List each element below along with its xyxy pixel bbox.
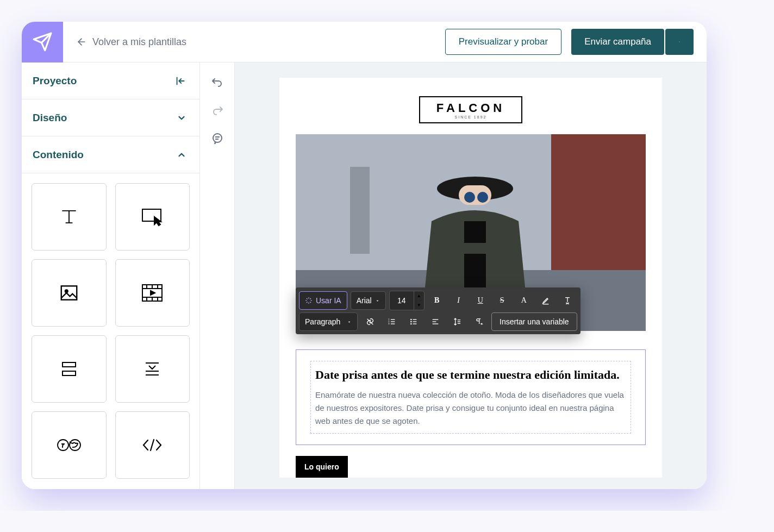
undo-icon <box>211 76 224 89</box>
svg-rect-4 <box>61 286 77 299</box>
redo-button[interactable] <box>204 97 230 123</box>
sparkle-icon <box>305 297 313 304</box>
content-block-text[interactable] <box>32 183 107 251</box>
email-brand-logo[interactable]: FALCON SINCE 1892 <box>419 96 522 123</box>
font-size-up[interactable]: ▲ <box>414 291 424 301</box>
svg-rect-27 <box>551 134 646 276</box>
font-size-input[interactable] <box>390 291 414 310</box>
redo-icon <box>211 104 224 117</box>
content-blocks-grid <box>22 173 199 489</box>
brand-tagline: SINCE 1892 <box>455 115 487 119</box>
left-sidebar: Proyecto Diseño Contenido <box>22 62 200 489</box>
text-icon <box>59 206 79 227</box>
divider-icon <box>142 359 162 379</box>
bold-button[interactable]: B <box>428 291 446 310</box>
clear-format-icon <box>563 296 572 305</box>
highlight-button[interactable] <box>536 291 555 310</box>
text-direction-icon <box>475 317 483 326</box>
svg-point-46 <box>411 319 411 320</box>
content-block-spacer[interactable] <box>32 335 107 403</box>
content-block-html[interactable] <box>115 411 190 479</box>
svg-point-23 <box>213 134 222 142</box>
clear-format-button[interactable] <box>558 291 577 310</box>
line-height-icon <box>453 317 461 326</box>
caret-down-icon <box>678 39 681 45</box>
insert-variable-button[interactable]: Insertar una variable <box>491 312 577 331</box>
content-block-button[interactable] <box>115 183 190 251</box>
underline-button[interactable]: U <box>471 291 490 310</box>
chevron-up-icon <box>177 150 186 160</box>
content-block-social[interactable] <box>32 411 107 479</box>
font-size-down[interactable]: ▼ <box>414 301 424 310</box>
cta-button[interactable]: Lo quiero <box>296 456 348 478</box>
sidebar-section-content[interactable]: Contenido <box>22 136 199 173</box>
comment-icon <box>211 132 224 145</box>
font-size-stepper[interactable]: ▲ ▼ <box>389 291 425 310</box>
send-dropdown-button[interactable] <box>665 29 694 55</box>
text-editor-toolbar: Usar IA Arial ▲ ▼ <box>296 287 580 334</box>
app-logo <box>22 22 63 62</box>
use-ai-button[interactable]: Usar IA <box>299 291 347 310</box>
unordered-list-button[interactable] <box>404 312 423 331</box>
spacer-icon <box>59 359 79 379</box>
strikethrough-button[interactable]: S <box>493 291 511 310</box>
video-icon <box>141 284 163 302</box>
svg-point-47 <box>411 321 411 322</box>
svg-rect-34 <box>464 221 486 243</box>
svg-point-48 <box>411 323 411 324</box>
top-bar: Volver a mis plantillas Previsualizar y … <box>22 22 707 62</box>
svg-rect-29 <box>350 167 370 254</box>
italic-button[interactable]: I <box>450 291 468 310</box>
canvas-area[interactable]: FALCON SINCE 1892 <box>235 62 707 489</box>
sidebar-section-design[interactable]: Diseño <box>22 99 199 136</box>
chevron-down-icon <box>177 113 186 123</box>
text-direction-button[interactable] <box>470 312 488 331</box>
ordered-list-button[interactable]: 123 <box>383 312 401 331</box>
sidebar-section-project[interactable]: Proyecto <box>22 62 199 99</box>
bold-icon: B <box>434 296 439 305</box>
send-icon <box>32 32 53 52</box>
content-block-video[interactable] <box>115 259 190 327</box>
social-icon <box>55 437 83 453</box>
align-button[interactable] <box>426 312 445 331</box>
preview-button[interactable]: Previsualizar y probar <box>445 29 561 55</box>
svg-point-32 <box>464 192 475 203</box>
text-edit-area[interactable]: Date prisa antes de que se termine nuest… <box>310 361 631 434</box>
email-body[interactable]: Enamórate de nuestra nueva colección de … <box>315 389 626 428</box>
text-color-button[interactable]: A <box>515 291 533 310</box>
undo-button[interactable] <box>204 69 230 95</box>
svg-point-33 <box>477 192 488 203</box>
align-icon <box>431 317 440 326</box>
tool-column <box>200 62 235 489</box>
unordered-list-icon <box>409 317 418 326</box>
collapse-left-icon <box>174 75 186 87</box>
content-block-divider[interactable] <box>115 335 190 403</box>
highlight-icon <box>541 296 550 305</box>
underline-icon: U <box>478 296 483 305</box>
line-height-button[interactable] <box>448 312 466 331</box>
send-campaign-button[interactable]: Enviar campaña <box>571 29 664 55</box>
code-icon <box>140 437 164 453</box>
comments-button[interactable] <box>204 126 230 152</box>
svg-line-22 <box>151 440 154 450</box>
back-to-templates-link[interactable]: Volver a mis plantillas <box>76 36 186 48</box>
email-heading[interactable]: Date prisa antes de que se termine nuest… <box>315 367 626 383</box>
arrow-left-icon <box>76 36 87 47</box>
email-canvas: FALCON SINCE 1892 <box>279 78 662 478</box>
selected-text-block[interactable]: Date prisa antes de que se termine nuest… <box>296 349 646 445</box>
text-color-icon: A <box>521 296 527 305</box>
caret-down-icon <box>375 298 380 303</box>
svg-rect-16 <box>63 371 76 375</box>
ordered-list-icon: 123 <box>388 317 396 326</box>
svg-text:3: 3 <box>388 322 390 325</box>
strikethrough-icon: S <box>500 296 504 305</box>
button-icon <box>140 207 164 227</box>
svg-point-21 <box>70 440 80 450</box>
italic-icon: I <box>457 296 460 305</box>
unlink-button[interactable] <box>361 312 379 331</box>
font-family-select[interactable]: Arial <box>351 291 386 310</box>
paragraph-style-select[interactable]: Paragraph <box>299 312 358 331</box>
back-label: Volver a mis plantillas <box>92 36 186 48</box>
content-block-image[interactable] <box>32 259 107 327</box>
unlink-icon <box>366 317 374 326</box>
